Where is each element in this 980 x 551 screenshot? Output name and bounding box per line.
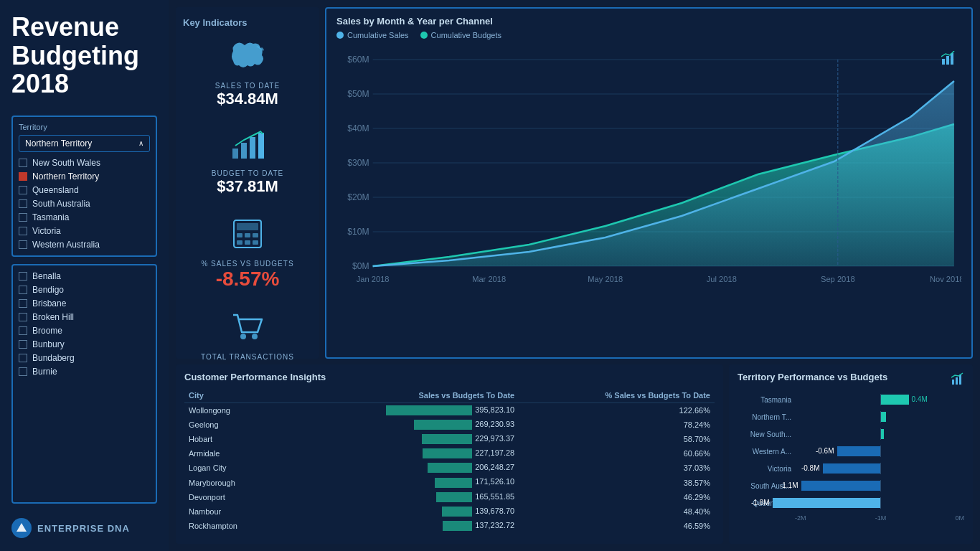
cell-city: Hobart	[184, 432, 283, 446]
bar-label: Northern T...	[738, 413, 791, 421]
sidebar: RevenueBudgeting2018 Territory Northern …	[0, 0, 169, 551]
checkbox-bundaberg[interactable]	[19, 354, 27, 362]
bar-row-victoria: Victoria -0.8M	[738, 463, 964, 474]
checkbox-western-australia[interactable]	[19, 240, 27, 249]
territory-selected-value: Northern Territory	[25, 138, 92, 149]
bottom-row: Customer Performance Insights City Sales…	[176, 364, 973, 544]
svg-text:$60M: $60M	[347, 55, 369, 65]
top-row: Key Indicators SALES TO DATE $34.84M	[176, 7, 973, 359]
svg-text:$20M: $20M	[347, 192, 369, 202]
cell-city: Maryborough	[184, 475, 283, 489]
australia-map-icon	[226, 37, 269, 79]
svg-text:Jul 2018: Jul 2018	[707, 275, 737, 283]
svg-rect-17	[946, 56, 949, 65]
list-item[interactable]: New South Wales	[19, 158, 150, 168]
svg-text:$50M: $50M	[347, 89, 369, 99]
bar-label: Tasmania	[738, 396, 791, 404]
cell-sales: 227,197.28	[283, 446, 519, 461]
checkbox-bunbury[interactable]	[19, 340, 27, 349]
chart-expand-icon[interactable]	[941, 51, 956, 68]
bar-row-queensland: Queensland -1.8M	[738, 497, 964, 509]
customer-panel-title: Customer Performance Insights	[184, 372, 715, 382]
list-item[interactable]: Broken Hill	[19, 312, 150, 322]
cell-pct: 60.66%	[519, 446, 715, 461]
city-filter-box: Benalla Bendigo Brisbane Broken Hill Bro…	[11, 264, 157, 504]
svg-rect-1	[232, 149, 238, 159]
pct-sales-block: % SALES VS BUDGETS -8.57%	[183, 217, 312, 291]
svg-text:$40M: $40M	[347, 123, 369, 133]
territory-dropdown[interactable]: Northern Territory ∧	[19, 135, 150, 152]
checkbox-broken-hill[interactable]	[19, 313, 27, 321]
list-item[interactable]: Northern Territory	[19, 171, 150, 182]
cell-city: Geelong	[184, 418, 283, 432]
territory-checkbox-list: New South Wales Northern Territory Queen…	[19, 158, 150, 250]
logo-text: ENTERPRISE DNA	[37, 523, 130, 534]
legend-dot-sales	[336, 32, 344, 39]
checkbox-south-australia[interactable]	[19, 199, 27, 208]
bar-row-newsouth: New South...	[738, 428, 964, 440]
checkbox-brisbane[interactable]	[19, 299, 27, 308]
checkbox-tasmania[interactable]	[19, 213, 27, 222]
list-item[interactable]: Victoria	[19, 226, 150, 236]
cell-pct: 46.29%	[519, 490, 715, 504]
territory-filter-label: Territory	[19, 123, 150, 131]
territory-chart-icon	[951, 372, 964, 388]
checkbox-new-south-wales[interactable]	[19, 159, 27, 167]
svg-rect-11	[237, 240, 242, 245]
list-item[interactable]: Burnie	[19, 367, 150, 377]
checkbox-burnie[interactable]	[19, 367, 27, 376]
col-city: City	[184, 388, 283, 403]
svg-marker-40	[373, 81, 954, 266]
enterprise-dna-logo-icon	[11, 518, 32, 538]
bar-row-northern: Northern T...	[738, 411, 964, 423]
table-row: Armidale 227,197.28 60.66%	[184, 446, 715, 461]
list-item[interactable]: Tasmania	[19, 212, 150, 222]
svg-text:Nov 2018: Nov 2018	[930, 275, 961, 283]
territory-perf-title: Territory Performance vs Budgets	[738, 372, 887, 382]
sales-to-date-value: $34.84M	[217, 90, 278, 108]
cell-sales: 165,551.85	[283, 490, 519, 504]
cell-sales: 171,526.10	[283, 475, 519, 489]
list-item[interactable]: Brisbane	[19, 298, 150, 309]
list-item[interactable]: South Australia	[19, 199, 150, 209]
sales-to-date-block: SALES TO DATE $34.84M	[183, 37, 312, 108]
main-content: Key Indicators SALES TO DATE $34.84M	[169, 0, 980, 551]
checkbox-queensland[interactable]	[19, 186, 27, 194]
svg-rect-3	[250, 137, 255, 159]
bar-row-southaust: South Aust... -1.1M	[738, 480, 964, 491]
checkbox-northern-territory[interactable]	[19, 172, 27, 181]
table-row: Rockhampton 137,232.72 46.59%	[184, 519, 715, 532]
bar-row-tasmania: Tasmania 0.4M	[738, 394, 964, 405]
list-item[interactable]: Broome	[19, 326, 150, 336]
cell-pct: 58.70%	[519, 432, 715, 446]
budget-to-date-value: $37.81M	[217, 177, 278, 196]
logo-area: ENTERPRISE DNA	[11, 511, 157, 538]
list-item[interactable]: Bundaberg	[19, 353, 150, 363]
customer-performance-panel: Customer Performance Insights City Sales…	[176, 364, 723, 544]
list-item[interactable]: Bendigo	[19, 285, 150, 295]
col-pct-sales: % Sales vs Budgets To Date	[519, 388, 715, 403]
calculator-icon	[231, 217, 264, 257]
table-row: Hobart 229,973.37 58.70%	[184, 432, 715, 446]
col-sales-budgets: Sales vs Budgets To Date	[283, 388, 519, 403]
bar-label: Western A...	[738, 448, 791, 456]
chart-legend: Cumulative Sales Cumulative Budgets	[336, 31, 961, 39]
legend-dot-budgets	[420, 32, 428, 39]
checkbox-benalla[interactable]	[19, 272, 27, 281]
checkbox-victoria[interactable]	[19, 227, 27, 235]
total-transactions-label: TOTAL TRANSACTIONS	[201, 353, 294, 361]
app-title: RevenueBudgeting2018	[11, 13, 157, 98]
svg-rect-9	[245, 233, 250, 237]
customer-table-scroll[interactable]: City Sales vs Budgets To Date % Sales vs…	[184, 388, 715, 532]
svg-rect-12	[245, 240, 250, 245]
svg-text:$0M: $0M	[352, 261, 369, 271]
cell-city: Armidale	[184, 446, 283, 461]
svg-text:Mar 2018: Mar 2018	[472, 275, 506, 283]
checkbox-bendigo[interactable]	[19, 286, 27, 294]
svg-text:$30M: $30M	[347, 158, 369, 168]
checkbox-broome[interactable]	[19, 326, 27, 335]
list-item[interactable]: Western Australia	[19, 240, 150, 250]
list-item[interactable]: Bunbury	[19, 339, 150, 349]
list-item[interactable]: Queensland	[19, 185, 150, 195]
list-item[interactable]: Benalla	[19, 271, 150, 281]
